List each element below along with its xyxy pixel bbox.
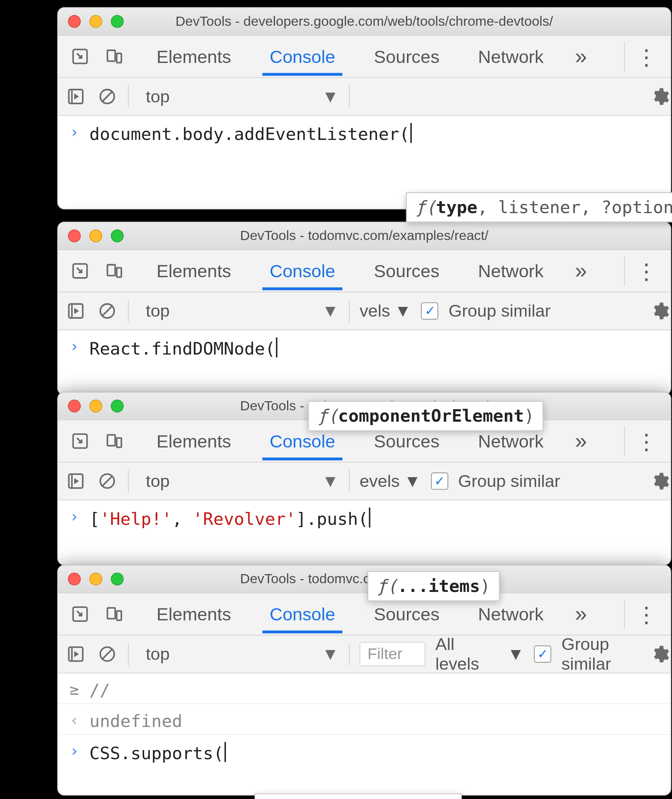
settings-icon[interactable]: [648, 636, 672, 673]
filter-input[interactable]: Filter: [360, 642, 425, 666]
levels-dropdown[interactable]: vels ▼: [360, 301, 411, 321]
console-input-row[interactable]: › React.findDOMNode(: [58, 330, 671, 362]
tab-elements[interactable]: Elements: [154, 260, 234, 281]
context-label: top: [146, 471, 170, 491]
tab-network[interactable]: Network: [475, 431, 546, 452]
console-input-row[interactable]: › CSS.supports(: [58, 734, 671, 766]
tab-console[interactable]: Console: [267, 604, 338, 625]
console-body[interactable]: › React.findDOMNode( ƒ(componentOrElemen…: [58, 330, 671, 395]
svg-rect-9: [117, 268, 122, 277]
tab-elements[interactable]: Elements: [154, 46, 234, 67]
zoom-window-icon[interactable]: [111, 400, 124, 412]
kebab-menu-icon[interactable]: [633, 250, 659, 292]
svg-line-27: [102, 650, 112, 659]
execution-context-dropdown[interactable]: top ▼: [139, 470, 339, 492]
console-sidebar-icon[interactable]: [65, 86, 87, 107]
inspect-icon[interactable]: [69, 430, 91, 452]
traffic-lights: [68, 15, 124, 28]
svg-rect-22: [107, 608, 115, 619]
minimize-window-icon[interactable]: [90, 15, 102, 28]
settings-icon[interactable]: [648, 292, 672, 329]
clear-console-icon[interactable]: [96, 470, 118, 492]
tab-network[interactable]: Network: [475, 46, 546, 67]
tab-sources[interactable]: Sources: [371, 431, 442, 452]
execution-context-dropdown[interactable]: top ▼: [139, 85, 339, 108]
return-icon: ‹: [68, 711, 81, 729]
kebab-menu-icon[interactable]: [633, 593, 659, 635]
execution-context-dropdown[interactable]: top ▼: [139, 643, 339, 666]
console-input-row[interactable]: › document.body.addEventListener(: [58, 116, 671, 147]
console-input[interactable]: document.body.addEventListener(: [90, 123, 412, 144]
window-titlebar[interactable]: DevTools - todomvc.com/examples/react/: [58, 566, 671, 593]
console-sidebar-icon[interactable]: [65, 470, 87, 492]
kebab-menu-icon[interactable]: [633, 420, 659, 462]
device-toolbar-icon[interactable]: [104, 603, 125, 625]
tabs-overflow-icon[interactable]: »: [575, 36, 587, 77]
close-window-icon[interactable]: [68, 229, 81, 242]
clear-console-icon[interactable]: [96, 644, 118, 665]
levels-dropdown[interactable]: evels ▼: [360, 471, 421, 491]
device-toolbar-icon[interactable]: [104, 46, 125, 67]
devtools-window: DevTools - todomvc.com/examples/react/ E…: [57, 565, 671, 796]
settings-icon[interactable]: [648, 78, 672, 115]
tab-elements[interactable]: Elements: [154, 431, 234, 452]
console-input-row[interactable]: › ['Help!', 'Revolver'].push(: [58, 500, 671, 532]
clear-console-icon[interactable]: [96, 300, 118, 322]
signature-row: ƒ(type, listener, ?options): [415, 197, 672, 217]
execution-context-dropdown[interactable]: top ▼: [139, 300, 339, 322]
devtools-window: DevTools - developers.google.com/web/too…: [57, 7, 671, 209]
signature-tooltip: ƒ(type, listener, ?options): [406, 192, 672, 222]
tabs-overflow-icon[interactable]: »: [575, 420, 587, 462]
chevron-down-icon: ▼: [322, 86, 339, 107]
console-body[interactable]: › ['Help!', 'Revolver'].push( ƒ(...items…: [58, 500, 671, 565]
tab-network[interactable]: Network: [475, 604, 546, 625]
group-similar-checkbox[interactable]: [534, 646, 551, 663]
tab-network[interactable]: Network: [475, 260, 546, 281]
device-toolbar-icon[interactable]: [104, 430, 125, 452]
minimize-window-icon[interactable]: [90, 573, 102, 585]
console-input[interactable]: CSS.supports(: [90, 742, 226, 764]
close-window-icon[interactable]: [68, 15, 81, 28]
group-similar-checkbox[interactable]: [421, 302, 438, 319]
tab-elements[interactable]: Elements: [154, 604, 234, 625]
zoom-window-icon[interactable]: [111, 229, 124, 242]
close-window-icon[interactable]: [68, 400, 81, 412]
console-body[interactable]: › document.body.addEventListener( ƒ(type…: [58, 116, 671, 209]
console-input[interactable]: ['Help!', 'Revolver'].push(: [90, 507, 371, 529]
console-sidebar-icon[interactable]: [65, 644, 87, 665]
devtools-window: DevTools - todomvc.com/examples/react/ E…: [57, 222, 671, 395]
inspect-icon[interactable]: [69, 46, 91, 67]
tabs-separator: [624, 256, 625, 286]
window-titlebar[interactable]: DevTools - todomvc.com/examples/react/: [58, 222, 671, 250]
prompt-icon: ›: [68, 337, 81, 355]
inspect-icon[interactable]: [69, 603, 91, 625]
tabs-overflow-icon[interactable]: »: [575, 250, 587, 292]
tab-console[interactable]: Console: [267, 431, 338, 452]
device-toolbar-icon[interactable]: [104, 260, 125, 282]
tab-console[interactable]: Console: [267, 260, 338, 281]
prompt-icon: ›: [68, 507, 81, 525]
tab-sources[interactable]: Sources: [371, 46, 442, 67]
inspect-icon[interactable]: [69, 260, 91, 282]
console-body[interactable]: ≥ // ‹ undefined › CSS.supports( ƒ(condi…: [58, 673, 671, 795]
clear-console-icon[interactable]: [96, 86, 118, 107]
tab-sources[interactable]: Sources: [371, 260, 442, 281]
window-titlebar[interactable]: DevTools - developers.google.com/web/too…: [58, 8, 671, 36]
console-sidebar-icon[interactable]: [65, 300, 87, 322]
tab-sources[interactable]: Sources: [371, 604, 442, 625]
close-window-icon[interactable]: [68, 573, 81, 585]
console-history-output: ‹ undefined: [58, 703, 671, 734]
svg-line-13: [103, 307, 112, 316]
group-similar-checkbox[interactable]: [431, 473, 448, 489]
levels-dropdown[interactable]: All levels ▼: [435, 634, 525, 674]
kebab-menu-icon[interactable]: [633, 36, 659, 77]
console-input[interactable]: React.findDOMNode(: [90, 337, 278, 359]
tab-console[interactable]: Console: [267, 46, 338, 67]
tabs-overflow-icon[interactable]: »: [575, 593, 587, 635]
chevron-down-icon: ▼: [507, 644, 525, 664]
settings-icon[interactable]: [648, 463, 672, 500]
zoom-window-icon[interactable]: [111, 15, 124, 28]
minimize-window-icon[interactable]: [90, 229, 102, 242]
minimize-window-icon[interactable]: [90, 400, 102, 412]
zoom-window-icon[interactable]: [111, 573, 124, 585]
